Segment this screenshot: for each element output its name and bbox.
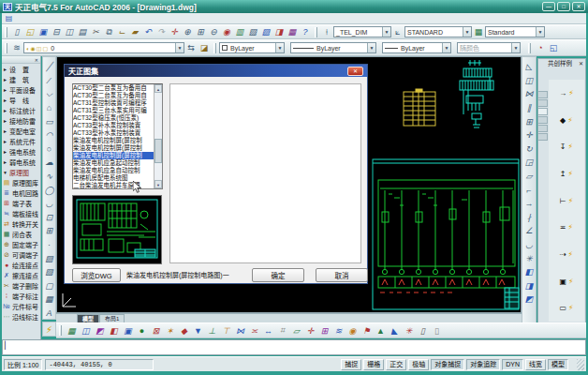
array-icon[interactable]: ⊞ <box>523 114 536 128</box>
tz-tool-icon[interactable]: ▲ <box>374 324 388 338</box>
resize-grip[interactable] <box>577 359 584 370</box>
layer-previous-icon[interactable]: ⇆ <box>184 42 198 54</box>
linetype-combo[interactable]: ByLayer ▼ <box>290 42 376 53</box>
palette-tool[interactable]: ▭ ⚡ <box>549 294 584 322</box>
coordinates-readout[interactable]: -40443, 40155, 0 <box>45 359 154 370</box>
undo-icon[interactable]: ↶ <box>141 26 154 38</box>
screen-menu-item[interactable]: ≣ 电机回路 <box>2 188 40 198</box>
point-icon[interactable]: ∙ <box>43 238 55 252</box>
layer-combo[interactable]: ◐◉◫▢ 0 ▼ <box>23 42 184 53</box>
table-style-icon[interactable]: ▦ <box>472 26 485 38</box>
screen-menu-item[interactable]: ✗ 擦连接点 <box>2 270 40 280</box>
palette-tab[interactable] <box>538 99 548 107</box>
chevron-down-icon[interactable]: ▼ <box>511 43 520 52</box>
revcloud-icon[interactable]: ☁ <box>43 156 55 170</box>
markup-icon[interactable]: ◨ <box>272 26 286 38</box>
tz-tool-icon[interactable]: ⌗ <box>275 324 289 338</box>
spline-icon[interactable]: ∿ <box>43 170 55 184</box>
tz-tool-icon[interactable]: ◆ <box>177 324 191 338</box>
screen-menu-item[interactable]: ⊞ 端子表 <box>2 198 40 208</box>
tz-tool-a-icon[interactable]: ◔ <box>534 42 547 54</box>
screen-menu-item[interactable]: ► 设 置 <box>2 64 40 74</box>
atlas-list-item[interactable]: 柴油发电机应急起动控制 <box>73 159 154 167</box>
thumbnail-preview[interactable] <box>72 195 162 264</box>
plot-preview-icon[interactable]: ◫ <box>63 26 76 38</box>
atlas-list-item[interactable]: 柴油发电机控制屏(屏控制 <box>73 152 154 159</box>
table-style-combo[interactable]: Standard▼ <box>485 26 545 38</box>
screen-menu-item[interactable]: ► 接地防雷 <box>2 115 40 126</box>
palette-tab[interactable] <box>538 116 548 124</box>
matchprop-icon[interactable]: ▰ <box>128 26 141 38</box>
status-toggle[interactable]: 对象捕捉 <box>431 359 464 370</box>
tz-tool-icon[interactable]: ⚑ <box>360 324 374 338</box>
extra-tool-1-icon[interactable]: ◧ <box>523 265 536 279</box>
named-views-icon[interactable]: ◉ <box>220 26 233 38</box>
screen-menu-item[interactable]: ▦ 闭合表 <box>2 229 40 239</box>
status-toggle[interactable]: 栅格 <box>363 359 384 370</box>
screen-menu-item[interactable]: ► 系统元件 <box>2 136 40 146</box>
zoom-window-icon[interactable]: ⊞ <box>194 26 207 38</box>
publish-icon[interactable]: ▤ <box>76 26 89 38</box>
cancel-button[interactable]: 取消 <box>316 268 368 282</box>
scale-field[interactable]: 比例 1:100 <box>4 359 42 370</box>
insert-block-icon[interactable]: ⊡ <box>43 211 55 225</box>
redo-icon[interactable]: ↷ <box>154 26 168 38</box>
tz-tool-icon[interactable]: ▯ <box>416 324 430 338</box>
tz-tool-icon[interactable]: ✶ <box>163 324 177 338</box>
polyline-icon[interactable]: ⌵ <box>43 87 55 101</box>
palette-tab[interactable] <box>538 133 548 141</box>
break-icon[interactable]: ∤ <box>523 211 536 225</box>
chevron-down-icon[interactable]: ▼ <box>536 27 544 37</box>
close-icon[interactable]: ✕ <box>579 60 583 74</box>
palette-tool[interactable]: ▣ ⚡ <box>549 268 584 295</box>
designcenter-icon[interactable]: ▧ <box>246 26 259 38</box>
stretch-icon[interactable]: ▱ <box>523 170 536 184</box>
tz-tool-b-icon[interactable]: ◱ <box>547 42 560 54</box>
new-icon[interactable]: ▯ <box>10 26 23 38</box>
rectangle-icon[interactable]: ▭ <box>43 114 55 128</box>
tz-tool-icon[interactable]: ▦ <box>65 324 79 338</box>
extra-tool-2-icon[interactable]: ◨ <box>523 279 536 293</box>
trim-icon[interactable]: ⌐ <box>523 183 536 197</box>
zoom-realtime-icon[interactable]: ⊕ <box>181 26 194 38</box>
layer-manager-icon[interactable]: ≋ <box>10 42 23 54</box>
tz-tool-icon[interactable]: ⊞ <box>317 324 331 338</box>
copy-object-icon[interactable]: ◫ <box>523 74 536 88</box>
extra-tool-3-icon[interactable]: ◩ <box>523 292 536 307</box>
toolbar-grip[interactable] <box>5 27 7 38</box>
status-toggle[interactable]: 对象追踪 <box>466 359 500 370</box>
tz-tool-icon[interactable]: ⊠ <box>149 324 163 338</box>
palette-tab[interactable] <box>538 108 548 115</box>
color-combo[interactable]: ByLayer ▼ <box>219 42 285 53</box>
screen-menu-item[interactable]: ▼ 原理图 <box>2 167 40 177</box>
screen-menu-item[interactable]: ► 导 线 <box>2 95 40 105</box>
atlas-list-item[interactable]: ACT32型稳压泵(恒压泵) <box>73 114 154 122</box>
tz-lightning-icon[interactable]: ⚡ <box>42 322 56 337</box>
scroll-down-icon[interactable]: ▼ <box>154 180 162 188</box>
tz-tool-icon[interactable]: ⊤ <box>219 324 233 338</box>
toolbar-grip[interactable] <box>315 27 317 38</box>
plot-style-combo[interactable]: 随颜色 ▼ <box>457 42 521 53</box>
palette-tool[interactable]: ↧ ⚡ <box>549 133 584 160</box>
zoom-previous-icon[interactable]: ⊖ <box>207 26 220 38</box>
screen-menu-item[interactable]: ► 建 筑 <box>2 74 40 84</box>
chamfer-icon[interactable]: ∠ <box>523 224 536 238</box>
gradient-icon[interactable]: ▧ <box>43 265 55 279</box>
palette-tab[interactable] <box>538 125 548 132</box>
atlas-list-item[interactable]: ACT31型三台水泵实用可编 <box>73 107 154 114</box>
status-toggle[interactable]: 模型 <box>548 359 568 370</box>
tz-tool-icon[interactable]: ● <box>135 324 149 338</box>
command-line[interactable]: ▏ <box>2 339 586 355</box>
extend-icon[interactable]: → <box>523 197 536 211</box>
screen-menu-item[interactable]: ≒ 端板接线 <box>2 208 40 218</box>
paste-icon[interactable]: ⌙ <box>115 26 128 38</box>
screen-menu-item[interactable]: ► 平面设备 <box>2 84 40 95</box>
text-style-combo[interactable]: _TEL_DIM▼ <box>333 26 391 38</box>
help-icon[interactable]: ? <box>299 26 312 38</box>
screen-menu-item[interactable]: № 元件标号 <box>2 301 40 311</box>
text-style-icon[interactable]: ⟊ <box>320 26 333 38</box>
palette-tool[interactable]: ◆ ⚡ <box>549 107 584 134</box>
atlas-list-item[interactable]: 柴油发电机控制屏(屏控制 <box>73 137 154 144</box>
screen-menu-item[interactable]: ► 标注统计 <box>2 105 40 115</box>
maximize-button[interactable]: □ <box>557 2 570 11</box>
